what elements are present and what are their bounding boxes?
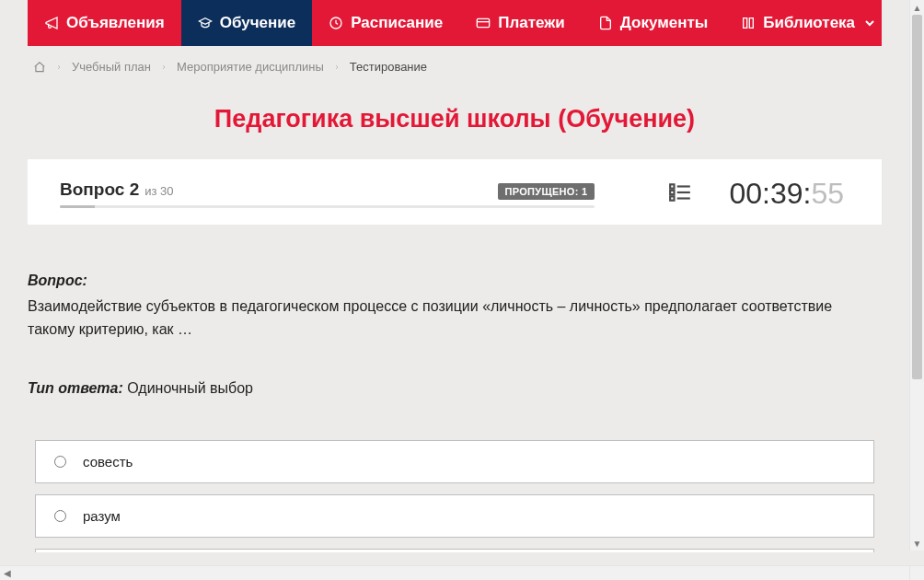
svg-rect-4 bbox=[671, 190, 675, 193]
scrollbar-corner bbox=[909, 565, 924, 580]
chevron-right-icon bbox=[160, 64, 167, 71]
scroll-thumb[interactable] bbox=[912, 15, 922, 379]
breadcrumb: Учебный план Мероприятие дисциплины Тест… bbox=[28, 46, 882, 83]
scroll-down-arrow[interactable]: ▼ bbox=[910, 536, 925, 551]
option-item[interactable]: совесть bbox=[35, 440, 874, 483]
breadcrumb-current: Тестирование bbox=[350, 60, 427, 74]
page-title: Педагогика высшей школы (Обучение) bbox=[28, 83, 882, 159]
option-label: совесть bbox=[83, 454, 133, 470]
question-total: из 30 bbox=[144, 184, 173, 198]
question-text: Взаимодействие субъектов в педагогическо… bbox=[28, 295, 882, 342]
timer: 00:39:55 bbox=[729, 177, 849, 211]
horizontal-scrollbar[interactable]: ◀ ▶ bbox=[0, 565, 924, 580]
question-number: Вопрос 2 bbox=[60, 180, 139, 200]
svg-rect-2 bbox=[671, 184, 675, 188]
nav-item-documents[interactable]: Документы bbox=[582, 0, 725, 46]
nav-item-label: Документы bbox=[620, 14, 709, 32]
nav-item-label: Библиотека bbox=[763, 14, 855, 32]
breadcrumb-link[interactable]: Мероприятие дисциплины bbox=[177, 60, 324, 74]
chevron-down-icon bbox=[862, 16, 877, 30]
chevron-right-icon bbox=[333, 64, 341, 71]
nav-item-payments[interactable]: Платежи bbox=[459, 0, 582, 46]
list-icon bbox=[668, 180, 692, 204]
education-icon bbox=[198, 16, 213, 30]
document-icon bbox=[598, 16, 613, 30]
svg-rect-6 bbox=[671, 196, 675, 200]
question-body: Вопрос: Взаимодействие субъектов в педаг… bbox=[28, 225, 882, 400]
nav-item-label: Объявления bbox=[66, 14, 165, 32]
skipped-badge: ПРОПУЩЕНО: 1 bbox=[498, 183, 595, 200]
svg-rect-1 bbox=[478, 18, 490, 27]
breadcrumb-link[interactable]: Учебный план bbox=[72, 60, 151, 74]
top-nav: Объявления Обучение Расписание Платежи Д… bbox=[28, 0, 882, 46]
option-radio[interactable] bbox=[54, 510, 66, 522]
scroll-track[interactable] bbox=[910, 15, 924, 536]
options-list: совесть разум bbox=[28, 440, 882, 552]
announce-icon bbox=[44, 16, 59, 30]
question-label: Вопрос: bbox=[28, 273, 87, 288]
nav-item-announcements[interactable]: Объявления bbox=[28, 0, 181, 46]
scroll-track[interactable] bbox=[15, 566, 909, 580]
vertical-scrollbar[interactable]: ▲ ▼ bbox=[909, 0, 924, 551]
clock-icon bbox=[329, 16, 343, 30]
nav-item-label: Платежи bbox=[498, 14, 565, 32]
nav-item-label: Обучение bbox=[220, 14, 295, 32]
library-icon bbox=[741, 16, 756, 30]
option-item[interactable]: разум bbox=[35, 494, 874, 538]
answer-type-value: Одиночный выбор bbox=[127, 380, 253, 396]
nav-item-education[interactable]: Обучение bbox=[181, 0, 312, 46]
nav-item-library[interactable]: Библиотека bbox=[724, 0, 894, 46]
progress-bar bbox=[60, 205, 595, 208]
nav-item-label: Расписание bbox=[351, 14, 443, 32]
home-icon[interactable] bbox=[33, 61, 46, 74]
option-item-partial[interactable] bbox=[35, 549, 874, 552]
question-list-button[interactable] bbox=[595, 180, 729, 208]
nav-item-schedule[interactable]: Расписание bbox=[312, 0, 459, 46]
card-icon bbox=[476, 16, 491, 30]
answer-type-label: Тип ответа: bbox=[28, 380, 123, 396]
status-card: Вопрос 2 из 30 ПРОПУЩЕНО: 1 00:39:55 bbox=[28, 159, 882, 225]
chevron-right-icon bbox=[55, 64, 63, 71]
option-label: разум bbox=[83, 508, 121, 524]
scroll-left-arrow[interactable]: ◀ bbox=[0, 566, 15, 581]
scroll-up-arrow[interactable]: ▲ bbox=[910, 0, 925, 15]
option-radio[interactable] bbox=[54, 456, 66, 468]
